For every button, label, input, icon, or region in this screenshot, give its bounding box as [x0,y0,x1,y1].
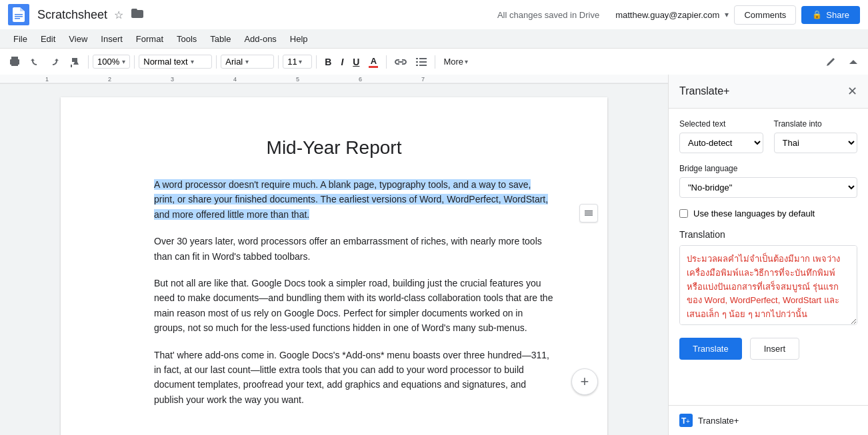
user-email: matthew.guay@zapier.com [615,10,719,20]
svg-rect-8 [419,58,427,59]
separator-7 [435,55,435,69]
share-button[interactable]: 🔒 Share [801,6,860,24]
svg-rect-23 [585,215,593,216]
svg-rect-6 [11,60,13,61]
bridge-language-label: Bridge language [679,164,857,173]
svg-rect-3 [11,57,18,59]
font-selector[interactable]: Arial ▾ [221,55,274,69]
use-default-checkbox[interactable] [679,209,688,218]
svg-text:6: 6 [359,76,362,83]
italic-button[interactable]: I [337,54,347,70]
translate-into-label: Translate into [774,119,858,129]
menu-insert[interactable]: Insert [95,32,128,46]
user-area: matthew.guay@zapier.com ▾ [615,10,729,20]
link-button[interactable] [391,55,411,69]
font-size-selector[interactable]: 11 ▾ [283,55,312,69]
svg-rect-5 [11,63,18,66]
svg-text:2: 2 [108,76,111,83]
separator-5 [316,55,317,69]
svg-text:3: 3 [171,76,174,83]
svg-rect-2 [15,18,20,19]
list-button[interactable] [412,55,431,69]
font-arrow: ▾ [245,58,249,65]
menu-table[interactable]: Table [205,32,236,46]
folder-icon[interactable] [131,9,143,21]
svg-text:+: + [686,418,690,425]
bold-button[interactable]: B [321,54,335,70]
svg-rect-12 [419,65,427,66]
sidebar-close-button[interactable]: ✕ [847,84,857,99]
text-color-button[interactable]: A [365,53,382,71]
doc-heading: Mid-Year Report [114,137,554,159]
insert-button[interactable]: Insert [750,338,800,360]
svg-rect-0 [15,14,23,15]
document-page: Mid-Year Report A word processor doesn't… [61,97,607,435]
target-language-select[interactable]: Thai English Spanish French [774,133,858,153]
menu-edit[interactable]: Edit [35,32,61,46]
svg-rect-21 [585,211,593,212]
menu-addons[interactable]: Add-ons [239,32,281,46]
style-arrow: ▾ [191,58,194,65]
menu-file[interactable]: File [8,32,33,46]
star-icon[interactable]: ☆ [114,9,123,21]
pen-button[interactable] [821,54,840,70]
app-icon [8,4,29,25]
print-button[interactable] [5,54,24,70]
user-dropdown-icon[interactable]: ▾ [725,10,729,19]
svg-rect-7 [416,58,418,59]
doc-title: Scratchsheet [37,8,107,22]
auto-save-status: All changes saved in Drive [497,10,599,20]
separator-2 [134,55,135,69]
translate-sidebar: Translate+ ✕ Selected text Auto-detect E… [668,75,868,435]
translation-textarea[interactable] [679,245,857,325]
menu-view[interactable]: View [63,32,93,46]
separator-6 [386,55,387,69]
content-area: 1 2 3 4 5 6 7 Mid-Year Report [0,75,868,435]
translate-button[interactable]: Translate [679,338,742,360]
language-row: Selected text Auto-detect English Spanis… [679,119,857,153]
svg-rect-1 [15,16,23,17]
add-button[interactable]: + [571,368,598,395]
bridge-language-select[interactable]: "No-bridge" English French [679,177,857,198]
collapse-toolbar-button[interactable] [844,54,863,70]
target-field: Translate into Thai English Spanish Fren… [774,119,858,153]
zoom-selector[interactable]: 100% ▾ [93,55,130,69]
undo-button[interactable] [25,54,44,70]
paint-format-button[interactable] [65,54,84,70]
bridge-field: Bridge language "No-bridge" English Fren… [679,164,857,198]
comments-button[interactable]: Comments [734,5,796,25]
redo-button[interactable] [45,54,64,70]
sidebar-header: Translate+ ✕ [669,75,868,109]
sidebar-content: Selected text Auto-detect English Spanis… [669,109,868,405]
zoom-arrow: ▾ [122,58,125,65]
size-arrow: ▾ [299,58,302,65]
menu-bar: File Edit View Insert Format Tools Table… [0,29,868,48]
selected-text-label: Selected text [679,119,763,129]
menu-help[interactable]: Help [285,32,313,46]
menu-tools[interactable]: Tools [171,32,202,46]
addon-name-label: Translate+ [698,416,739,426]
menu-format[interactable]: Format [131,32,169,46]
underline-button[interactable]: U [349,54,363,70]
paragraph-3: But not all are like that. Google Docs t… [154,276,554,336]
sidebar-footer: T + Translate+ [669,405,868,435]
more-button[interactable]: More ▾ [439,54,472,69]
use-default-row: Use these languages by default [679,209,857,218]
toolbar: 100% ▾ Normal text ▾ Arial ▾ 11 ▾ B I U … [0,48,868,75]
document-scroll-area: Mid-Year Report A word processor doesn't… [0,84,668,435]
scroll-handle[interactable] [579,204,598,222]
svg-rect-10 [419,61,427,63]
separator-1 [88,55,89,69]
svg-text:5: 5 [296,76,299,83]
svg-rect-22 [585,213,593,214]
svg-text:7: 7 [421,76,425,83]
style-selector[interactable]: Normal text ▾ [139,55,212,69]
paragraph-1: A word processor doesn't require much. A… [154,177,554,222]
use-default-label: Use these languages by default [693,209,815,218]
source-language-select[interactable]: Auto-detect English Spanish French [679,133,763,153]
ruler: 1 2 3 4 5 6 7 [0,75,668,84]
paragraph-4: That' where add-ons come in. Google Docs… [154,348,554,408]
sidebar-title: Translate+ [679,85,729,97]
more-arrow: ▾ [465,58,468,65]
toolbar-right [821,54,863,70]
